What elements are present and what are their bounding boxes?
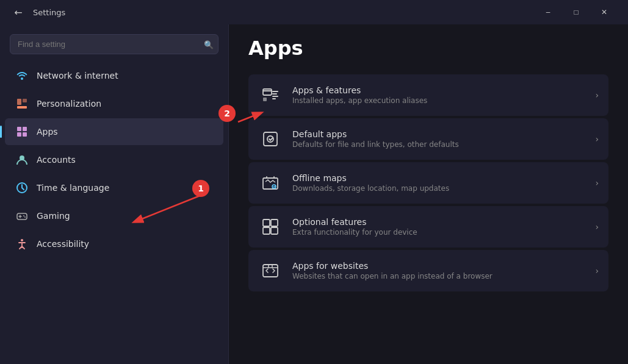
search-input[interactable] xyxy=(10,34,218,54)
accessibility-icon xyxy=(15,237,29,251)
settings-item-apps-websites[interactable]: Apps for websites Websites that can open… xyxy=(248,250,608,291)
time-icon xyxy=(15,180,29,195)
svg-rect-5 xyxy=(23,127,27,131)
sidebar-label-time: Time & language xyxy=(37,183,109,193)
optional-features-icon xyxy=(258,215,283,239)
default-apps-desc: Defaults for file and link types, other … xyxy=(292,140,595,149)
svg-rect-6 xyxy=(17,132,21,137)
search-box: 🔍 xyxy=(10,34,218,54)
personalization-icon xyxy=(15,96,29,111)
apps-websites-chevron: › xyxy=(595,266,599,276)
svg-point-12 xyxy=(24,216,26,218)
offline-maps-chevron: › xyxy=(595,178,599,188)
apps-websites-text: Apps for websites Websites that can open… xyxy=(292,261,595,280)
page-title: Apps xyxy=(248,37,608,60)
svg-point-22 xyxy=(267,136,273,142)
default-apps-chevron: › xyxy=(595,134,599,144)
settings-list: Apps & features Installed apps, app exec… xyxy=(248,74,608,291)
apps-features-desc: Installed apps, app execution aliases xyxy=(292,96,595,105)
sidebar-label-network: Network & internet xyxy=(37,71,118,80)
sidebar-label-personalization: Personalization xyxy=(37,99,101,109)
main-layout: 🔍 Network & internet xyxy=(0,24,628,364)
apps-websites-icon xyxy=(258,259,283,283)
sidebar-label-accounts: Accounts xyxy=(37,155,76,165)
apps-features-icon xyxy=(258,83,283,107)
offline-maps-title: Offline maps xyxy=(292,173,595,183)
svg-rect-14 xyxy=(263,89,272,95)
svg-point-0 xyxy=(21,77,23,80)
maximize-button[interactable]: □ xyxy=(562,2,590,22)
minimize-button[interactable]: – xyxy=(534,2,562,22)
settings-item-optional-features[interactable]: Optional features Extra functionality fo… xyxy=(248,206,608,248)
sidebar-item-personalization[interactable]: Personalization xyxy=(5,90,223,117)
svg-rect-28 xyxy=(271,227,278,234)
apps-websites-desc: Websites that can open in an app instead… xyxy=(292,272,595,280)
offline-maps-text: Offline maps Downloads, storage location… xyxy=(292,173,595,193)
optional-features-desc: Extra functionality for your device xyxy=(292,228,595,237)
settings-item-offline-maps[interactable]: Offline maps Downloads, storage location… xyxy=(248,162,608,204)
settings-item-default-apps[interactable]: Default apps Defaults for file and link … xyxy=(248,118,608,160)
svg-rect-2 xyxy=(17,99,21,105)
sidebar-item-apps[interactable]: Apps xyxy=(5,118,223,145)
annotation-badge-2: 2 xyxy=(218,105,236,122)
window-controls: – □ ✕ xyxy=(534,2,618,22)
default-apps-title: Default apps xyxy=(292,129,595,139)
optional-features-title: Optional features xyxy=(292,217,595,227)
apps-features-chevron: › xyxy=(595,90,599,100)
offline-maps-desc: Downloads, storage location, map updates xyxy=(292,184,595,193)
sidebar-label-accessibility: Accessibility xyxy=(37,239,89,249)
sidebar-item-gaming[interactable]: Gaming xyxy=(5,202,223,229)
svg-rect-27 xyxy=(263,227,270,234)
optional-features-chevron: › xyxy=(595,222,599,232)
offline-maps-icon xyxy=(258,171,283,195)
svg-rect-26 xyxy=(271,219,278,226)
svg-point-24 xyxy=(272,185,276,188)
svg-point-13 xyxy=(21,239,23,241)
svg-rect-21 xyxy=(264,132,277,146)
svg-rect-15 xyxy=(263,90,272,91)
gaming-icon xyxy=(15,209,29,223)
sidebar-item-accounts[interactable]: Accounts xyxy=(5,146,223,173)
svg-rect-1 xyxy=(17,106,27,109)
svg-rect-29 xyxy=(263,265,278,277)
svg-rect-7 xyxy=(23,132,27,137)
annotation-badge-1: 1 xyxy=(192,180,209,197)
app-title: Settings xyxy=(33,8,65,17)
default-apps-text: Default apps Defaults for file and link … xyxy=(292,129,595,149)
apps-icon xyxy=(15,124,29,139)
optional-features-text: Optional features Extra functionality fo… xyxy=(292,217,595,237)
network-icon xyxy=(15,68,29,83)
apps-features-title: Apps & features xyxy=(292,85,595,95)
sidebar-item-time[interactable]: Time & language xyxy=(5,174,223,201)
content-area: Apps xyxy=(229,24,628,364)
svg-rect-25 xyxy=(263,219,270,226)
svg-rect-3 xyxy=(23,99,27,102)
accounts-icon xyxy=(15,152,29,167)
apps-websites-title: Apps for websites xyxy=(292,261,595,271)
svg-rect-4 xyxy=(17,127,21,131)
sidebar-label-gaming: Gaming xyxy=(37,211,70,221)
sidebar-item-accessibility[interactable]: Accessibility xyxy=(5,230,223,257)
default-apps-icon xyxy=(258,127,283,151)
close-button[interactable]: ✕ xyxy=(590,2,618,22)
search-icon[interactable]: 🔍 xyxy=(204,40,214,49)
title-bar: ← Settings – □ ✕ xyxy=(0,0,628,24)
apps-features-text: Apps & features Installed apps, app exec… xyxy=(292,85,595,105)
back-button[interactable]: ← xyxy=(10,4,27,21)
sidebar-label-apps: Apps xyxy=(37,127,58,137)
sidebar-item-network[interactable]: Network & internet xyxy=(5,62,223,89)
settings-item-apps-features[interactable]: Apps & features Installed apps, app exec… xyxy=(248,74,608,116)
svg-rect-20 xyxy=(263,98,267,101)
svg-point-11 xyxy=(23,215,24,216)
